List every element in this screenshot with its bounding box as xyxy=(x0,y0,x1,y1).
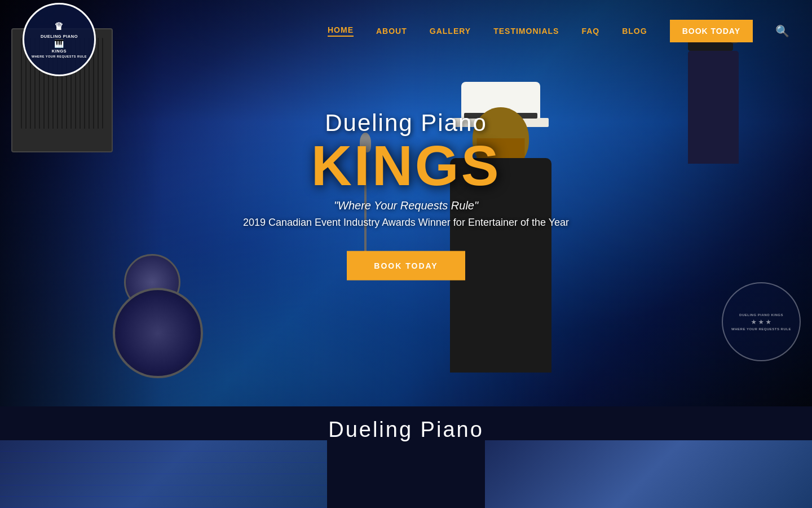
watermark-line1: DUELING PIANO KINGS xyxy=(731,313,791,317)
logo-area[interactable]: ♛ DUELING PIANO 🎹 KINGS WHERE YOUR REQUE… xyxy=(23,0,96,76)
bottom-image-left xyxy=(0,440,327,508)
nav-item-home[interactable]: HOME xyxy=(328,25,354,37)
logo-piano-icon: 🎹 xyxy=(32,39,87,49)
watermark-stars: ★ ★ ★ xyxy=(731,319,791,325)
bottom-row xyxy=(0,440,812,508)
logo-name-line2: KINGS xyxy=(32,49,87,54)
hero-content: Dueling Piano KINGS "Where Your Requests… xyxy=(209,109,603,281)
hero-title: KINGS xyxy=(209,137,603,194)
logo-crown-icon: ♛ xyxy=(32,21,87,33)
nav-item-blog[interactable]: BLOG xyxy=(622,27,647,36)
drum-large xyxy=(113,288,203,378)
watermark-line3: WHERE YOUR REQUESTS RULE xyxy=(731,327,791,331)
watermark-text: DUELING PIANO KINGS ★ ★ ★ WHERE YOUR REQ… xyxy=(731,313,791,331)
logo-inner: ♛ DUELING PIANO 🎹 KINGS WHERE YOUR REQUE… xyxy=(32,21,87,59)
logo-name-line1: DUELING PIANO xyxy=(32,34,87,39)
bottom-title: Dueling Piano xyxy=(328,418,484,442)
bottom-image-right xyxy=(485,440,812,508)
cameraman-body xyxy=(688,51,739,164)
nav-item-faq[interactable]: FAQ xyxy=(581,27,599,36)
bottom-section: Dueling Piano xyxy=(0,406,812,508)
hero-tagline: "Where Your Requests Rule" xyxy=(209,199,603,212)
hero-book-today-button[interactable]: BOOK TODAY xyxy=(347,251,465,281)
main-nav: HOME ABOUT GALLERY TESTIMONIALS FAQ BLOG… xyxy=(328,20,789,42)
header: ♛ DUELING PIANO 🎹 KINGS WHERE YOUR REQUE… xyxy=(0,0,812,62)
search-icon[interactable]: 🔍 xyxy=(775,24,789,38)
nav-book-today-button[interactable]: BOOK TODAY xyxy=(670,20,753,42)
nav-item-gallery[interactable]: GALLERY xyxy=(430,27,471,36)
nav-item-about[interactable]: ABOUT xyxy=(376,27,407,36)
watermark: DUELING PIANO KINGS ★ ★ ★ WHERE YOUR REQ… xyxy=(722,282,801,361)
logo[interactable]: ♛ DUELING PIANO 🎹 KINGS WHERE YOUR REQUE… xyxy=(23,3,96,76)
nav-item-testimonials[interactable]: TESTIMONIALS xyxy=(493,27,559,36)
logo-tagline: WHERE YOUR REQUESTS RULE xyxy=(32,55,87,59)
hero-award-text: 2019 Canadian Event Industry Awards Winn… xyxy=(209,217,603,229)
hero-subtitle: Dueling Piano xyxy=(209,109,603,137)
